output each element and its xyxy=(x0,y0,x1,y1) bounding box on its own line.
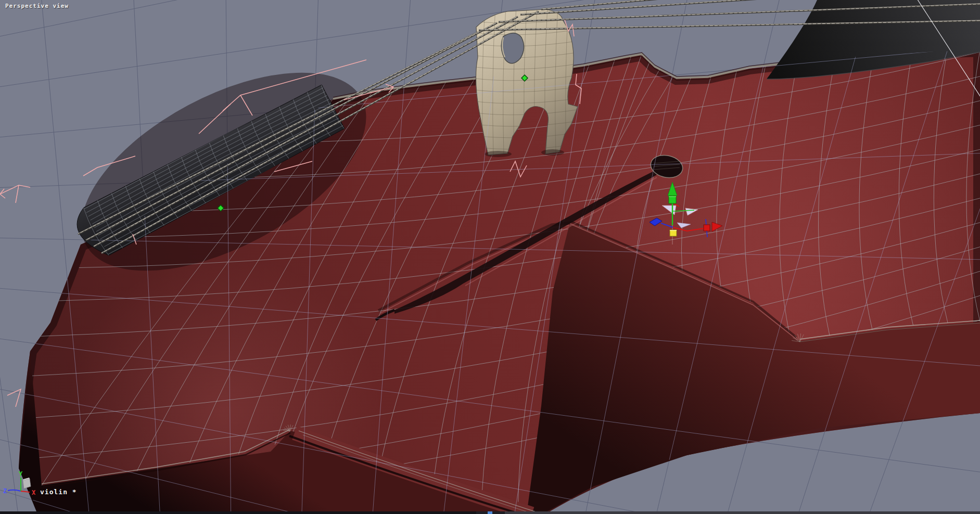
y-axis-label: Y xyxy=(19,470,23,478)
taskbar-segment xyxy=(476,511,488,514)
taskbar-segment xyxy=(492,511,505,514)
triad-origin-cube xyxy=(23,479,31,489)
x-axis-line xyxy=(21,491,30,492)
x-axis-label: X xyxy=(32,489,36,496)
viewport-title: Perspective view xyxy=(5,3,69,9)
gizmo-x-handle[interactable] xyxy=(704,225,710,231)
gizmo-center-handle[interactable] xyxy=(670,230,677,236)
taskbar-segment xyxy=(505,511,980,514)
model-name-label: violin * xyxy=(40,488,77,496)
z-axis-line xyxy=(8,490,21,491)
taskbar-indicator[interactable] xyxy=(488,511,492,514)
3d-viewport[interactable]: Perspective view Y Z X violin * xyxy=(0,0,980,514)
z-axis-label: Z xyxy=(3,487,7,495)
viewport-canvas[interactable] xyxy=(0,0,980,514)
gizmo-y-handle[interactable] xyxy=(669,196,676,203)
taskbar[interactable] xyxy=(0,511,980,514)
